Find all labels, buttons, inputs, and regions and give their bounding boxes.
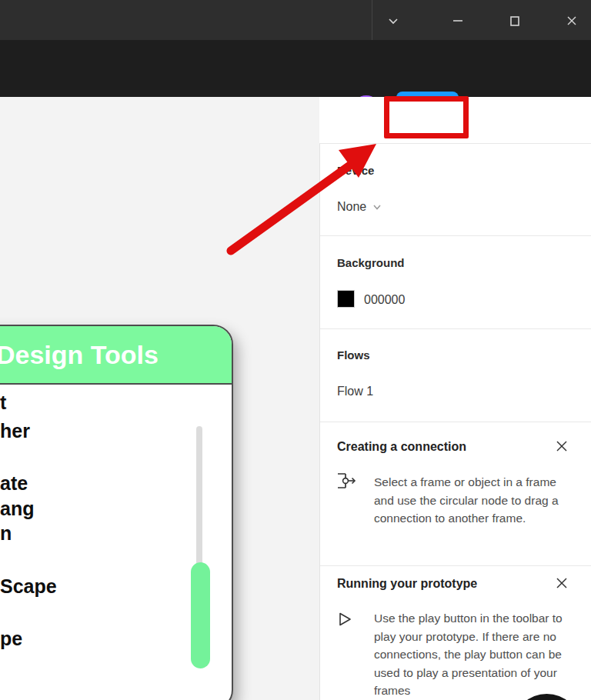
section-divider (320, 235, 591, 236)
play-icon (337, 612, 352, 627)
card-scrollbar-thumb[interactable] (191, 562, 210, 668)
tip-title-running-prototype: Running your prototype (337, 577, 477, 591)
tip-title-creating-connection: Creating a connection (337, 440, 466, 454)
close-icon[interactable] (554, 438, 569, 454)
section-divider (320, 328, 591, 329)
window-menu-chevron-down-icon[interactable] (383, 11, 403, 31)
window-minimize-icon[interactable] (448, 11, 468, 31)
device-label: Device (337, 164, 374, 177)
background-label: Background (337, 256, 405, 269)
list-item: Scape (0, 575, 57, 598)
chevron-down-icon (372, 202, 382, 212)
section-divider (320, 565, 591, 566)
window-maximize-icon[interactable] (505, 11, 525, 31)
list-item: her (0, 420, 30, 442)
close-icon[interactable] (554, 575, 569, 591)
card-header: Design Tools (0, 326, 232, 385)
panel-tabs: Design Prototype Inspect (319, 97, 591, 144)
tip-body-running-prototype: Use the play button in the toolbar to pl… (374, 609, 568, 700)
flows-label: Flows (337, 348, 370, 362)
list-item: t (0, 392, 6, 414)
tip-body-creating-connection: Select a frame or object in a frame and … (374, 473, 568, 528)
background-hex-value[interactable]: 000000 (364, 293, 405, 307)
app-toolbar: M Share 100% (0, 40, 591, 97)
connection-node-icon (336, 470, 357, 492)
section-divider (320, 422, 591, 422)
card-title: Design Tools (0, 340, 159, 370)
titlebar-divider (372, 0, 372, 40)
window-titlebar (0, 0, 591, 40)
background-color-swatch[interactable] (337, 290, 355, 308)
list-item: n (0, 522, 12, 545)
list-item: ate (0, 472, 28, 495)
device-dropdown[interactable]: None (337, 200, 382, 214)
list-item: ang (0, 498, 34, 520)
device-value: None (337, 200, 366, 214)
window-close-icon[interactable] (562, 11, 582, 31)
flow-item[interactable]: Flow 1 (337, 385, 373, 398)
list-item: pe (0, 628, 22, 650)
canvas[interactable]: Design Tools t her ate ang n Scape pe (0, 97, 319, 700)
